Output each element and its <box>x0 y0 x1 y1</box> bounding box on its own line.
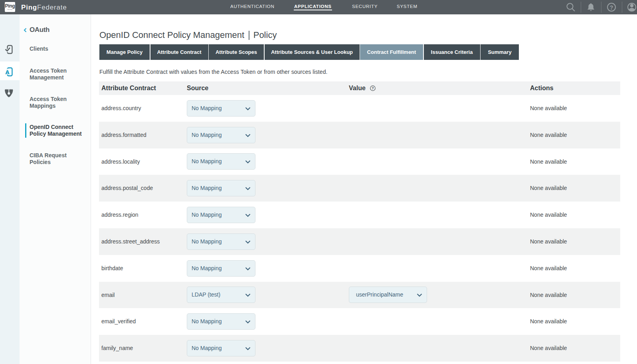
svg-text:?: ? <box>610 4 613 11</box>
svg-text:?: ? <box>372 86 374 90</box>
svg-text:A: A <box>5 69 10 75</box>
